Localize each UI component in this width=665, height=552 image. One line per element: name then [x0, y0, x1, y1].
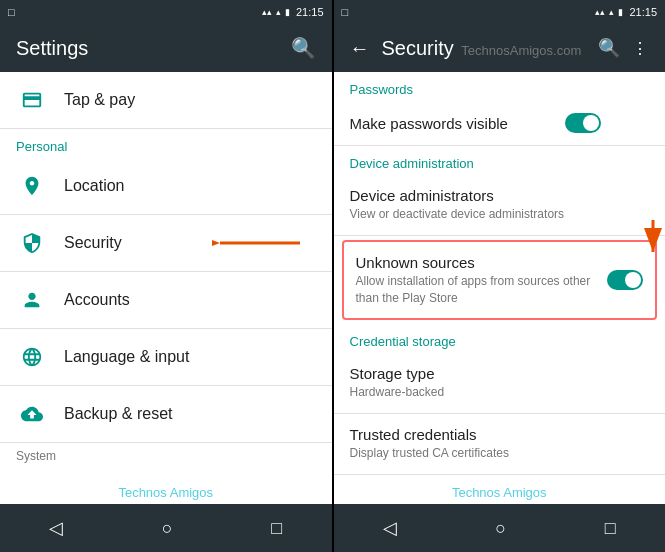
credential-storage-section-label: Credential storage	[334, 324, 666, 353]
tap-pay-icon	[16, 84, 48, 116]
make-passwords-text: Make passwords visible	[350, 115, 566, 132]
storage-type-title: Storage type	[350, 365, 650, 382]
right-signal-icon: ▴▴	[595, 7, 605, 17]
make-passwords-knob	[583, 115, 599, 131]
language-icon	[16, 341, 48, 373]
right-sim-icon: □	[342, 6, 349, 18]
divider-r4	[334, 474, 666, 475]
unknown-sources-wrapper: Unknown sources Allow installation of ap…	[334, 240, 666, 321]
right-status-left: □	[342, 6, 349, 18]
tap-pay-title: Tap & pay	[64, 91, 316, 109]
right-home-btn[interactable]: ○	[475, 510, 526, 547]
make-passwords-title: Make passwords visible	[350, 115, 566, 132]
right-app-title: Security TechnosAmigos.com	[382, 37, 587, 60]
security-item-unknown-sources[interactable]: Unknown sources Allow installation of ap…	[342, 240, 658, 321]
unknown-sources-row: Unknown sources Allow installation of ap…	[356, 254, 644, 307]
security-icon	[16, 227, 48, 259]
list-item-location[interactable]: Location	[0, 158, 332, 214]
list-item-language[interactable]: Language & input	[0, 329, 332, 385]
unknown-sources-subtitle: Allow installation of apps from sources …	[356, 273, 594, 307]
security-item-storage-type[interactable]: Storage type Hardware-backed	[334, 353, 666, 413]
trusted-credentials-subtitle: Display trusted CA certificates	[350, 445, 650, 462]
backup-icon	[16, 398, 48, 430]
location-icon	[16, 170, 48, 202]
left-bottom-nav: ◁ ○ □	[0, 504, 332, 552]
storage-type-subtitle: Hardware-backed	[350, 384, 650, 401]
search-icon[interactable]: 🔍	[291, 36, 316, 60]
left-app-title: Settings	[16, 37, 279, 60]
left-time: 21:15	[296, 6, 324, 18]
security-settings-list: Passwords Make passwords visible Device …	[334, 72, 666, 504]
list-item-accounts[interactable]: Accounts	[0, 272, 332, 328]
language-title: Language & input	[64, 348, 316, 366]
right-time: 21:15	[629, 6, 657, 18]
right-app-bar: ← Security TechnosAmigos.com 🔍 ⋮	[334, 24, 666, 72]
left-status-bar: □ ▴▴ ▴ ▮ 21:15	[0, 0, 332, 24]
right-status-right: ▴▴ ▴ ▮ 21:15	[595, 6, 657, 18]
brand-text: TechnosAmigos.com	[461, 43, 581, 58]
left-battery-icon: ▮	[285, 7, 290, 17]
personal-section-label: Personal	[0, 129, 332, 158]
list-item-security[interactable]: Security	[0, 215, 332, 271]
left-recent-btn[interactable]: □	[251, 510, 302, 547]
left-phone-panel: □ ▴▴ ▴ ▮ 21:15 Settings 🔍 Tap & pay Pers…	[0, 0, 332, 552]
system-section-label: System	[0, 443, 332, 467]
back-button[interactable]: ←	[350, 37, 370, 60]
device-admin-section-label: Device administration	[334, 146, 666, 175]
trusted-credentials-title: Trusted credentials	[350, 426, 650, 443]
right-recent-btn[interactable]: □	[585, 510, 636, 547]
backup-title: Backup & reset	[64, 405, 316, 423]
more-icon[interactable]: ⋮	[632, 39, 649, 58]
accounts-text: Accounts	[64, 291, 316, 309]
unknown-sources-title: Unknown sources	[356, 254, 594, 271]
device-admins-title: Device administrators	[350, 187, 650, 204]
left-back-btn[interactable]: ◁	[29, 509, 83, 547]
unknown-sources-knob	[625, 272, 641, 288]
left-signal-icon: ▴▴	[262, 7, 272, 17]
passwords-section-label: Passwords	[334, 72, 666, 101]
settings-list: Tap & pay Personal Location Security	[0, 72, 332, 504]
device-admins-subtitle: View or deactivate device administrators	[350, 206, 650, 223]
accounts-icon	[16, 284, 48, 316]
left-watermark: Technos Amigos	[118, 485, 213, 500]
right-battery-icon: ▮	[618, 7, 623, 17]
location-text: Location	[64, 177, 316, 195]
left-home-btn[interactable]: ○	[142, 510, 193, 547]
make-passwords-toggle[interactable]	[565, 113, 601, 133]
list-item-tap-pay[interactable]: Tap & pay	[0, 72, 332, 128]
left-wifi-icon: ▴	[276, 7, 281, 17]
left-status-right: ▴▴ ▴ ▮ 21:15	[262, 6, 324, 18]
security-page-title: Security	[382, 37, 454, 59]
arrow-annotation-left	[212, 232, 302, 254]
security-item-trusted-credentials[interactable]: Trusted credentials Display trusted CA c…	[334, 414, 666, 474]
security-item-make-passwords[interactable]: Make passwords visible	[334, 101, 666, 145]
right-search-icon[interactable]: 🔍	[598, 37, 620, 59]
left-sim-icon: □	[8, 6, 15, 18]
right-status-bar: □ ▴▴ ▴ ▮ 21:15	[334, 0, 666, 24]
right-wifi-icon: ▴	[609, 7, 614, 17]
location-title: Location	[64, 177, 316, 195]
backup-text: Backup & reset	[64, 405, 316, 423]
right-bottom-nav: ◁ ○ □	[334, 504, 666, 552]
arrow-annotation-right	[613, 216, 663, 256]
tap-pay-text: Tap & pay	[64, 91, 316, 109]
right-phone-panel: □ ▴▴ ▴ ▮ 21:15 ← Security TechnosAmigos.…	[334, 0, 666, 552]
unknown-sources-text: Unknown sources Allow installation of ap…	[356, 254, 644, 307]
left-app-bar: Settings 🔍	[0, 24, 332, 72]
unknown-sources-toggle[interactable]	[607, 270, 643, 290]
accounts-title: Accounts	[64, 291, 316, 309]
list-item-backup[interactable]: Backup & reset	[0, 386, 332, 442]
right-watermark: Technos Amigos	[452, 485, 547, 500]
left-status-left: □	[8, 6, 15, 18]
right-back-btn[interactable]: ◁	[363, 509, 417, 547]
language-text: Language & input	[64, 348, 316, 366]
